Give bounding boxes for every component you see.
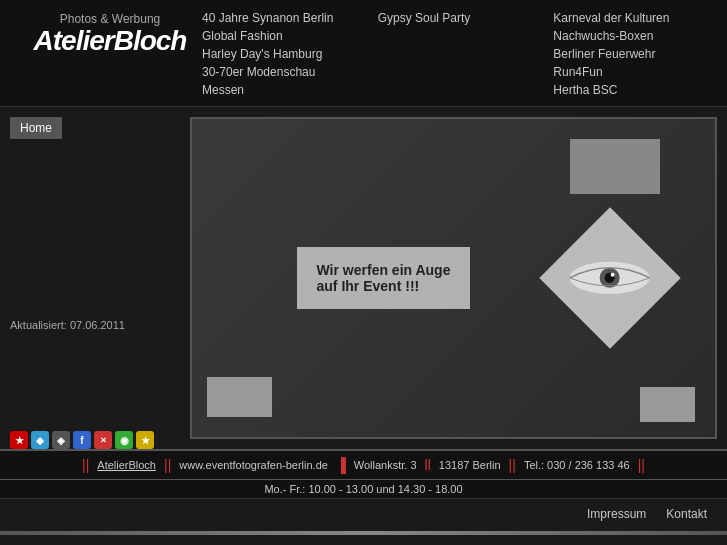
aktualisiert-date: 07.06.2011: [70, 319, 125, 331]
promo-line2: auf Ihr Event !!!: [317, 278, 451, 294]
footer-url: www.eventfotografen-berlin.de: [179, 459, 328, 471]
promo-box: Wir werfen ein Auge auf Ihr Event !!!: [192, 119, 715, 437]
deco-block-top-right: [570, 139, 660, 194]
nav-link-nachwuchs[interactable]: Nachwuchs-Boxen: [551, 28, 727, 44]
footer-sep-1: ||: [82, 457, 89, 473]
eye-inner: [565, 256, 655, 301]
promo-text-box: Wir werfen ein Auge auf Ihr Event !!!: [297, 247, 471, 309]
social-icon-4[interactable]: f: [73, 431, 91, 449]
nav-col-1: 40 Jahre Synanon Berlin Global Fashion H…: [200, 10, 376, 98]
social-icons: ★ ◆ ◈ f ✕ ◉ ★: [0, 431, 180, 449]
footer-sep-2: ||: [164, 457, 171, 473]
nav-link-modenschau[interactable]: 30-70er Modenschau: [200, 64, 376, 80]
footer-sep-5: ||: [509, 457, 516, 473]
footer-sep-6: ||: [638, 457, 645, 473]
header: Photos & Werbung AtelierBloch 40 Jahre S…: [0, 0, 727, 107]
footer-hours-text: Mo.- Fr.: 10.00 - 13.00 und 14.30 - 18.0…: [264, 483, 462, 495]
nav-col-3: Karneval der Kulturen Nachwuchs-Boxen Be…: [551, 10, 727, 98]
deco-block-bottom-right-sm: [640, 387, 695, 422]
nav-link-run4fun[interactable]: Run4Fun: [551, 64, 727, 80]
nav-link-global-fashion[interactable]: Global Fashion: [200, 28, 376, 44]
content-area: Wir werfen ein Auge auf Ihr Event !!!: [190, 117, 717, 439]
nav-link-hertha[interactable]: Hertha BSC: [551, 82, 727, 98]
social-icon-2[interactable]: ◆: [31, 431, 49, 449]
nav-col-2: Gypsy Soul Party: [376, 10, 552, 98]
nav-link-messen[interactable]: Messen: [200, 82, 376, 98]
nav-area: 40 Jahre Synanon Berlin Global Fashion H…: [200, 8, 727, 98]
social-icon-6[interactable]: ◉: [115, 431, 133, 449]
impressum-link[interactable]: Impressum: [587, 507, 646, 521]
social-icon-5[interactable]: ✕: [94, 431, 112, 449]
social-icon-7[interactable]: ★: [136, 431, 154, 449]
sidebar: Home Aktualisiert: 07.06.2011 ★ ◆ ◈ f ✕ …: [0, 107, 180, 449]
bottom-bar: [0, 531, 727, 535]
footer-sep-3: ▐: [336, 457, 346, 473]
kontakt-link[interactable]: Kontakt: [666, 507, 707, 521]
bottom-nav: Impressum Kontakt: [0, 498, 727, 529]
footer-city: 13187 Berlin: [439, 459, 501, 471]
footer-phone: Tel.: 030 / 236 133 46: [524, 459, 630, 471]
footer-site-link[interactable]: AtelierBloch: [97, 459, 156, 471]
footer-bar: || AtelierBloch || www.eventfotografen-b…: [0, 449, 727, 480]
nav-link-karneval[interactable]: Karneval der Kulturen: [551, 10, 727, 26]
eye-diamond-container: [560, 228, 660, 328]
deco-block-bottom-left: [207, 377, 272, 417]
footer-hours: Mo.- Fr.: 10.00 - 13.00 und 14.30 - 18.0…: [0, 480, 727, 498]
nav-link-gypsy[interactable]: Gypsy Soul Party: [376, 10, 552, 26]
footer-sep-4: ll: [425, 457, 431, 473]
social-icon-3[interactable]: ◈: [52, 431, 70, 449]
nav-link-feuerwehr[interactable]: Berliner Feuerwehr: [551, 46, 727, 62]
logo-subtitle: Photos & Werbung: [20, 12, 200, 26]
main-area: Home Aktualisiert: 07.06.2011 ★ ◆ ◈ f ✕ …: [0, 107, 727, 449]
nav-link-harley[interactable]: Harley Day's Hamburg: [200, 46, 376, 62]
nav-link-synanon[interactable]: 40 Jahre Synanon Berlin: [200, 10, 376, 26]
logo-main: AtelierBloch: [20, 26, 200, 57]
aktualisiert: Aktualisiert: 07.06.2011: [0, 319, 180, 331]
eye-svg: [565, 256, 655, 301]
logo-area: Photos & Werbung AtelierBloch: [0, 8, 200, 57]
social-icon-1[interactable]: ★: [10, 431, 28, 449]
footer-address: Wollankstr. 3: [354, 459, 417, 471]
eye-diamond: [539, 207, 680, 348]
home-button[interactable]: Home: [10, 117, 62, 139]
aktualisiert-label: Aktualisiert:: [10, 319, 67, 331]
promo-line1: Wir werfen ein Auge: [317, 262, 451, 278]
